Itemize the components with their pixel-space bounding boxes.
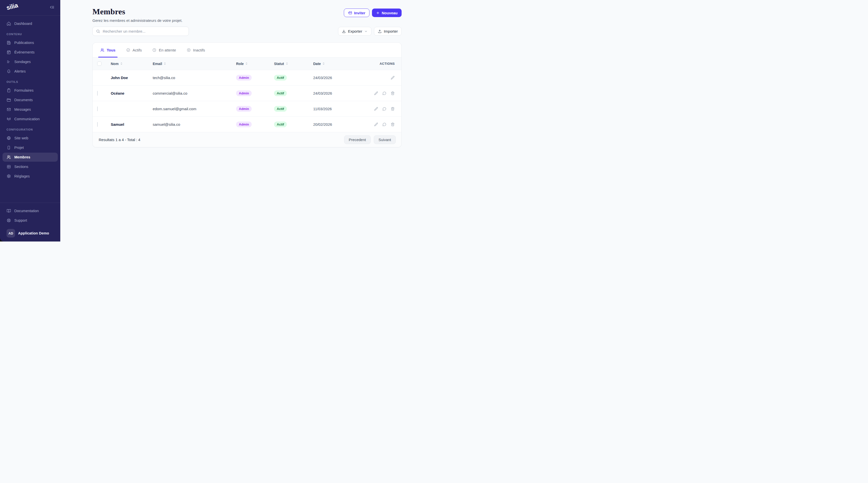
sort-icon xyxy=(322,62,325,65)
sidebar-item-communication[interactable]: Communication xyxy=(2,115,58,124)
search-icon xyxy=(96,29,100,33)
row-checkbox[interactable] xyxy=(97,122,98,127)
column-header-nom[interactable]: Nom xyxy=(111,62,153,66)
sidebar-bottom: DocumentationSupport AD Application Demo xyxy=(0,202,60,242)
message-button[interactable] xyxy=(382,122,386,127)
sidebar-item-label: Réglages xyxy=(14,174,30,178)
edit-button[interactable] xyxy=(374,122,378,127)
column-header-statut[interactable]: Statut xyxy=(274,62,313,66)
page-title: Membres xyxy=(92,7,182,16)
sort-icon xyxy=(245,62,248,65)
delete-button[interactable] xyxy=(391,107,395,111)
sidebar-item-label: Site web xyxy=(14,136,28,140)
search-box[interactable] xyxy=(92,27,189,36)
column-label: Role xyxy=(236,62,244,66)
book-icon xyxy=(6,208,11,213)
sidebar-item-publications[interactable]: Publications xyxy=(2,38,58,47)
results-summary: Resultats 1 a 4 - Total : 4 xyxy=(99,137,141,142)
sidebar-item-documents[interactable]: Documents xyxy=(2,95,58,104)
nav-section-label-contenu: CONTENU xyxy=(0,29,60,38)
invite-button-label: Inviter xyxy=(354,11,366,15)
calendar-icon xyxy=(6,50,11,55)
edit-button[interactable] xyxy=(374,91,378,95)
role-badge: Admin xyxy=(236,106,252,112)
column-header-role[interactable]: Role xyxy=(236,62,274,66)
status-badge: Actif xyxy=(274,122,287,127)
upload-icon xyxy=(378,29,382,33)
table-body: John Doetech@silia.coAdminActif24/03/202… xyxy=(93,70,401,132)
search-input[interactable] xyxy=(103,29,185,33)
column-header-email[interactable]: Email xyxy=(153,62,236,66)
message-button[interactable] xyxy=(382,91,386,95)
sidebar-item-alertes[interactable]: Alertes xyxy=(2,67,58,76)
sidebar-item-documentation[interactable]: Documentation xyxy=(2,206,58,215)
newspaper-icon xyxy=(6,40,11,45)
sidebar-nav: DashboardCONTENUPublicationsÉvénementsSo… xyxy=(0,15,60,202)
sidebar-item-site-web[interactable]: Site web xyxy=(2,134,58,142)
delete-button[interactable] xyxy=(391,91,395,95)
sidebar-item-dashboard[interactable]: Dashboard xyxy=(2,19,58,28)
column-header-date[interactable]: Date xyxy=(313,62,359,66)
sidebar-item-evenements[interactable]: Événements xyxy=(2,48,58,57)
tab-tous[interactable]: Tous xyxy=(100,43,116,57)
gear-icon xyxy=(6,174,11,179)
collapse-sidebar-icon[interactable] xyxy=(49,5,55,10)
sidebar-item-projet[interactable]: Projet xyxy=(2,143,58,152)
column-label: Nom xyxy=(111,62,119,66)
sidebar-item-label: Communication xyxy=(14,117,40,121)
sidebar-item-support[interactable]: Support xyxy=(2,216,58,225)
sidebar-header: silia xyxy=(0,0,60,15)
tab-label: En attente xyxy=(159,48,176,52)
edit-button[interactable] xyxy=(374,107,378,111)
tab-inactifs[interactable]: Inactifs xyxy=(187,43,205,57)
tab-actifs[interactable]: Actifs xyxy=(126,43,142,57)
mail-send-icon xyxy=(348,11,352,15)
page-subtitle: Gerez les membres et administrateurs de … xyxy=(92,18,182,23)
broadcast-icon xyxy=(6,117,11,121)
select-all-checkbox[interactable] xyxy=(97,62,101,66)
user-row[interactable]: AD Application Demo xyxy=(2,228,58,237)
sidebar-item-label: Dashboard xyxy=(14,22,32,26)
sort-icon xyxy=(120,62,123,65)
status-badge: Actif xyxy=(274,75,287,80)
previous-button[interactable]: Precedent xyxy=(344,135,371,144)
users-icon xyxy=(6,155,11,159)
role-badge: Admin xyxy=(236,122,252,127)
sidebar-item-reglages[interactable]: Réglages xyxy=(2,172,58,181)
folder-icon xyxy=(6,98,11,102)
check-circle-icon xyxy=(126,48,130,52)
sidebar-item-formulaires[interactable]: Formulaires xyxy=(2,86,58,95)
tab-label: Actifs xyxy=(133,48,142,52)
member-email: samuel@silia.co xyxy=(153,122,236,127)
sidebar-item-messages[interactable]: Messages xyxy=(2,105,58,114)
import-button[interactable]: Importer xyxy=(374,27,402,36)
import-button-label: Importer xyxy=(384,29,398,33)
status-badge: Actif xyxy=(274,106,287,112)
new-button[interactable]: Nouveau xyxy=(372,8,402,17)
row-checkbox[interactable] xyxy=(97,91,98,96)
next-button[interactable]: Suivant xyxy=(374,135,396,144)
sidebar-item-label: Messages xyxy=(14,107,31,111)
member-email: edom.samuel@gmail.com xyxy=(153,107,236,111)
message-button[interactable] xyxy=(382,107,386,111)
nav-section-label-outils: OUTILS xyxy=(0,76,60,85)
table-row: Samuelsamuel@silia.coAdminActif20/02/202… xyxy=(93,117,401,132)
row-checkbox[interactable] xyxy=(97,106,98,111)
sidebar-item-label: Alertes xyxy=(14,69,26,73)
sidebar-item-sondages[interactable]: Sondages xyxy=(2,57,58,66)
invite-button[interactable]: Inviter xyxy=(344,8,369,17)
delete-button[interactable] xyxy=(391,122,395,127)
users-icon xyxy=(100,48,104,52)
sidebar-item-label: Support xyxy=(14,218,27,222)
bell-icon xyxy=(6,69,11,73)
mail-icon xyxy=(6,107,11,112)
sidebar-item-membres[interactable]: Membres xyxy=(2,153,58,162)
device-icon xyxy=(6,146,11,150)
tab-en-attente[interactable]: En attente xyxy=(152,43,176,57)
sidebar: silia DashboardCONTENUPublicationsÉvénem… xyxy=(0,0,60,242)
edit-button[interactable] xyxy=(391,75,395,80)
sidebar-item-label: Projet xyxy=(14,146,24,150)
sidebar-item-sections[interactable]: Sections xyxy=(2,162,58,171)
export-button[interactable]: Exporter xyxy=(338,27,371,36)
download-icon xyxy=(342,29,346,33)
